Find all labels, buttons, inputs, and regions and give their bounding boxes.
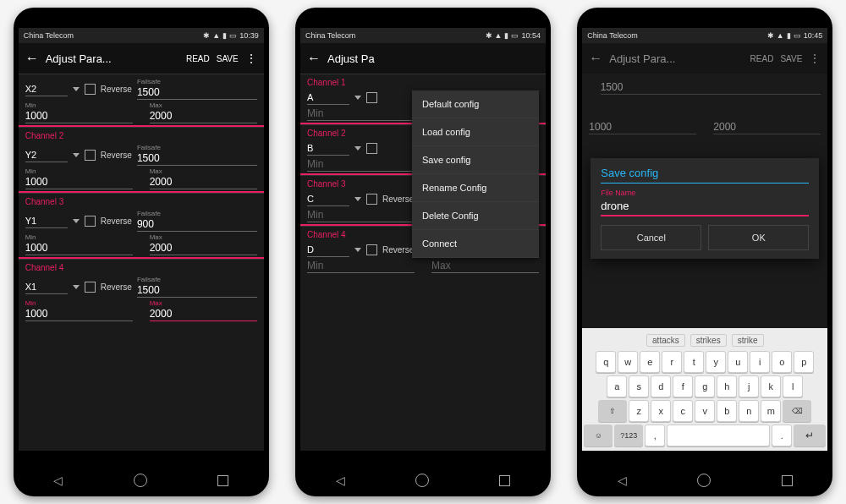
min-input[interactable]: Min [307,107,415,121]
signal-dropdown[interactable]: A [307,90,349,105]
caret-icon[interactable] [73,153,80,157]
nav-recent[interactable] [217,475,228,486]
nav-home[interactable] [415,474,429,487]
signal-dropdown[interactable]: C [307,192,349,206]
key-t[interactable]: t [684,351,704,373]
back-button[interactable]: ← [307,51,321,66]
reverse-checkbox[interactable] [85,216,96,227]
failsafe-input[interactable]: 1500 [137,85,257,100]
key-h[interactable]: h [717,375,737,397]
caret-icon[interactable] [354,146,361,151]
caret-icon[interactable] [73,219,80,223]
key-u[interactable]: u [728,351,748,373]
key-r[interactable]: r [662,351,682,373]
key-s[interactable]: s [629,375,649,397]
signal-dropdown[interactable]: Y2 [25,148,68,162]
filename-input[interactable]: drone [601,197,809,216]
key-j[interactable]: j [739,375,759,397]
key-,[interactable]: , [645,425,665,446]
max-input[interactable]: Max [431,259,539,273]
signal-dropdown[interactable]: X1 [25,280,68,294]
caret-icon[interactable] [354,248,361,252]
key-m[interactable]: m [761,400,781,422]
menu-rename-config[interactable]: Rename Config [412,174,539,202]
suggestion[interactable]: strikes [690,334,727,347]
nav-recent[interactable] [499,475,510,486]
key-n[interactable]: n [739,400,759,422]
key-↵[interactable]: ↵ [794,425,826,446]
min-input[interactable]: Min [307,157,415,172]
key-☺[interactable]: ☺ [584,425,613,446]
key-?123[interactable]: ?123 [614,425,643,446]
save-button[interactable]: SAVE [217,54,239,63]
min-input[interactable]: 1000 [25,241,133,255]
min-input[interactable]: 1000 [25,109,133,123]
caret-icon[interactable] [73,87,80,91]
reverse-checkbox[interactable] [366,92,377,103]
read-button[interactable]: READ [186,54,210,63]
min-input[interactable]: Min [307,208,415,222]
cancel-button[interactable]: Cancel [601,225,701,250]
min-input[interactable]: Min [307,259,415,273]
failsafe-input[interactable]: 1500 [137,151,257,166]
signal-dropdown[interactable]: Y1 [25,214,68,228]
suggestion[interactable]: attacks [646,334,685,347]
key-o[interactable]: o [772,351,792,373]
key-c[interactable]: c [673,400,693,422]
min-input[interactable]: 1000 [25,175,133,189]
nav-recent[interactable] [782,475,793,486]
nav-back[interactable]: ◁ [336,474,345,487]
nav-back[interactable]: ◁ [618,474,627,487]
caret-icon[interactable] [354,96,361,100]
nav-back[interactable]: ◁ [53,474,63,487]
reverse-checkbox[interactable] [366,194,377,205]
save-button[interactable]: SAVE [780,54,802,63]
reverse-checkbox[interactable] [85,282,96,293]
key-i[interactable]: i [750,351,770,373]
suggestion[interactable]: strike [732,334,764,347]
key-d[interactable]: d [651,375,671,397]
key-w[interactable]: w [618,351,638,373]
nav-home[interactable] [697,474,711,487]
caret-icon[interactable] [354,197,361,201]
failsafe-input[interactable]: 1500 [137,283,257,298]
min-input[interactable]: 1000 [25,307,133,321]
reverse-checkbox[interactable] [85,84,96,95]
ok-button[interactable]: OK [708,225,809,250]
key-f[interactable]: f [673,375,693,397]
key-l[interactable]: l [783,375,803,397]
key-.[interactable]: . [772,425,792,446]
signal-dropdown[interactable]: X2 [25,82,68,96]
key-x[interactable]: x [651,400,671,422]
menu-delete-config[interactable]: Delete Config [412,202,539,230]
key-z[interactable]: z [629,400,649,422]
max-input[interactable]: 2000 [150,307,257,321]
key-b[interactable]: b [717,400,737,422]
key-q[interactable]: q [596,351,616,373]
key-p[interactable]: p [794,351,814,373]
signal-dropdown[interactable]: B [307,141,349,156]
key-k[interactable]: k [761,375,781,397]
more-icon[interactable]: ⋮ [245,52,257,65]
max-input[interactable]: 2000 [150,241,257,255]
key-v[interactable]: v [695,400,715,422]
max-input[interactable]: 2000 [150,109,257,123]
menu-save-config[interactable]: Save config [412,146,539,174]
more-icon[interactable]: ⋮ [809,52,821,65]
read-button[interactable]: READ [750,54,774,63]
reverse-checkbox[interactable] [85,150,96,161]
failsafe-input[interactable]: 900 [137,217,257,232]
caret-icon[interactable] [73,285,80,289]
key-e[interactable]: e [640,351,660,373]
key-g[interactable]: g [695,375,715,397]
max-input[interactable]: 2000 [150,175,257,189]
key-y[interactable]: y [706,351,726,373]
reverse-checkbox[interactable] [366,143,377,154]
menu-default-config[interactable]: Default config [412,90,539,118]
nav-home[interactable] [134,474,147,487]
key-a[interactable]: a [607,375,627,397]
back-button[interactable]: ← [25,51,39,66]
key- [interactable] [667,425,770,446]
signal-dropdown[interactable]: D [307,243,349,257]
menu-load-config[interactable]: Load config [412,118,539,146]
